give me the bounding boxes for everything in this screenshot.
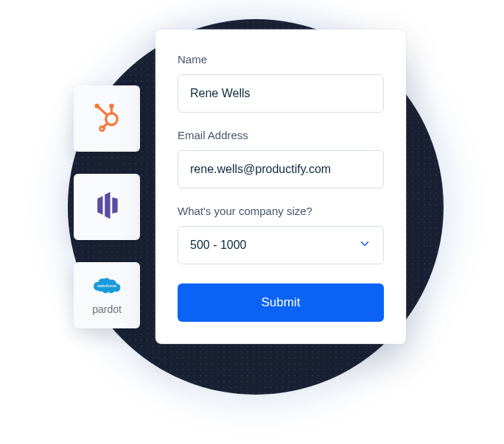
svg-text:salesforce: salesforce: [97, 283, 117, 288]
name-label: Name: [178, 53, 384, 66]
name-input[interactable]: [178, 74, 384, 113]
svg-point-6: [100, 127, 105, 131]
hubspot-icon: [91, 101, 123, 136]
integration-card-marketo: [74, 174, 140, 240]
email-label: Email Address: [178, 129, 384, 141]
integration-card-hubspot: [74, 85, 140, 152]
svg-line-1: [98, 107, 107, 115]
chevron-down-icon: [358, 237, 371, 253]
integration-cards: salesforce pardot: [74, 85, 140, 328]
submit-button[interactable]: Submit: [178, 283, 384, 322]
svg-point-4: [95, 104, 99, 108]
integration-card-pardot: salesforce pardot: [74, 262, 140, 328]
company-size-value: 500 - 1000: [190, 239, 247, 252]
lead-form: Name Email Address What's your company s…: [155, 29, 406, 344]
salesforce-icon: salesforce: [91, 275, 123, 300]
company-size-label: What's your company size?: [178, 205, 384, 217]
company-size-select[interactable]: 500 - 1000: [178, 226, 384, 264]
form-group-email: Email Address: [178, 129, 384, 188]
form-group-company-size: What's your company size? 500 - 1000: [178, 205, 384, 264]
form-group-name: Name: [178, 53, 384, 113]
pardot-label: pardot: [92, 303, 122, 315]
svg-point-5: [109, 104, 113, 108]
email-input[interactable]: [178, 150, 384, 188]
marketo-icon: [91, 189, 123, 225]
